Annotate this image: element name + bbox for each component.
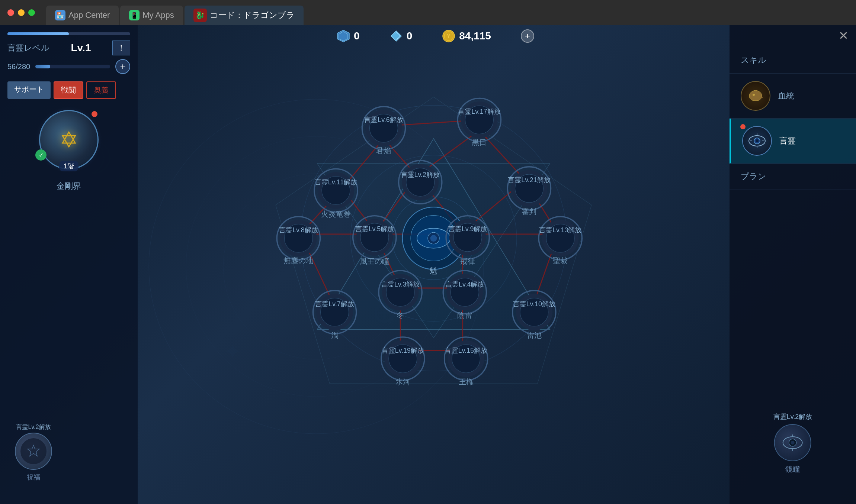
mirror-eye-icon bbox=[782, 432, 804, 454]
right-skill-name: 鏡瞳 bbox=[773, 464, 812, 474]
tab-support[interactable]: サポート bbox=[7, 81, 51, 99]
svg-text:言霊Lv.7解放: 言霊Lv.7解放 bbox=[315, 300, 354, 308]
skill-tree-svg: 魁 言霊Lv.6解放 君焔 言霊Lv.17解放 黒日 bbox=[138, 47, 730, 504]
char-name: 金剛界 bbox=[7, 181, 130, 192]
char-floor: 1階 bbox=[59, 161, 78, 171]
level-value: Lv.1 bbox=[71, 42, 91, 54]
app-center-icon: 🏪 bbox=[55, 10, 65, 20]
maximize-dot[interactable] bbox=[28, 9, 35, 16]
exclaim-button[interactable]: ！ bbox=[112, 41, 130, 55]
shield-icon bbox=[337, 29, 350, 43]
nav-plan[interactable]: プラン bbox=[730, 164, 856, 190]
bottom-skill-unlock: 言霊Lv.2解放 bbox=[15, 423, 52, 431]
lizard-icon bbox=[746, 87, 765, 105]
game-icon: 🐉 bbox=[193, 9, 207, 22]
right-skill-circle bbox=[774, 424, 811, 461]
nav-bloodline[interactable]: 血統 bbox=[730, 74, 856, 119]
svg-text:言霊Lv.4解放: 言霊Lv.4解放 bbox=[445, 281, 484, 288]
svg-text:言霊Lv.5解放: 言霊Lv.5解放 bbox=[355, 225, 394, 233]
svg-text:火炎竜巻: 火炎竜巻 bbox=[321, 210, 351, 218]
level-row: 言霊レベル Lv.1 ！ bbox=[7, 41, 130, 55]
svg-text:雷池: 雷池 bbox=[527, 331, 542, 339]
coin-icon: Y bbox=[442, 29, 455, 43]
tab-battle[interactable]: 戦闘 bbox=[54, 81, 83, 99]
bottom-left-skill[interactable]: 言霊Lv.2解放 祝福 bbox=[15, 423, 52, 482]
currency-bar: 0 0 Y 84,115 + bbox=[141, 25, 730, 47]
svg-text:渦: 渦 bbox=[331, 331, 339, 339]
svg-marker-6 bbox=[337, 30, 349, 42]
right-close-button[interactable]: ✕ bbox=[839, 29, 849, 43]
add-exp-button[interactable]: + bbox=[115, 59, 130, 74]
svg-text:言霊Lv.2解放: 言霊Lv.2解放 bbox=[401, 171, 440, 178]
exp-display: 56/280 bbox=[7, 62, 30, 71]
node-kotodama2[interactable]: 言霊Lv.2解放 bbox=[399, 161, 442, 204]
left-panel: 言霊レベル Lv.1 ！ 56/280 + サポート 戦闘 奥義 ✡ bbox=[0, 25, 138, 504]
bottom-skill-name: 祝福 bbox=[15, 473, 52, 482]
svg-text:審判: 審判 bbox=[522, 207, 536, 216]
node-oken[interactable]: 言霊Lv.15解放 王権 bbox=[445, 337, 488, 386]
titlebar: 🏪 App Center 📱 My Apps 🐉 コード：ドラゴンブラ bbox=[0, 0, 856, 25]
kotodama-level-section: 言霊レベル Lv.1 ！ 56/280 + bbox=[7, 41, 130, 74]
shield-currency: 0 bbox=[337, 29, 360, 43]
svg-text:君焔: 君焔 bbox=[376, 146, 391, 155]
svg-text:言霊Lv.19解放: 言霊Lv.19解放 bbox=[382, 347, 424, 354]
tab-my-apps[interactable]: 📱 My Apps bbox=[120, 6, 183, 25]
kotodama-dot bbox=[740, 124, 746, 129]
exp-bar bbox=[35, 65, 110, 68]
nav-skills[interactable]: スキル bbox=[730, 47, 856, 74]
svg-point-96 bbox=[756, 139, 759, 142]
char-avatar[interactable]: ✡ bbox=[39, 110, 99, 169]
svg-text:聖裁: 聖裁 bbox=[553, 256, 568, 265]
nav-skills-label: スキル bbox=[741, 55, 766, 66]
tab-game[interactable]: 🐉 コード：ドラゴンブラ bbox=[185, 6, 304, 25]
diamond-icon bbox=[389, 29, 403, 43]
svg-text:言霊Lv.9解放: 言霊Lv.9解放 bbox=[448, 225, 487, 233]
skill-tabs: サポート 戦闘 奥義 bbox=[7, 81, 130, 99]
kotodama-icon bbox=[742, 126, 772, 156]
svg-text:言霊Lv.6解放: 言霊Lv.6解放 bbox=[364, 116, 403, 123]
svg-text:陰雷: 陰雷 bbox=[457, 311, 472, 319]
add-currency-button[interactable]: + bbox=[521, 29, 534, 43]
node-kimi-ho[interactable]: 言霊Lv.6解放 君焔 bbox=[362, 107, 405, 155]
svg-point-93 bbox=[753, 94, 755, 96]
right-panel: ✕ スキル 血統 bbox=[730, 25, 856, 504]
svg-text:言霊Lv.13解放: 言霊Lv.13解放 bbox=[539, 226, 581, 234]
close-dot[interactable] bbox=[7, 9, 14, 16]
node-mujin[interactable]: 言霊Lv.8解放 無塵の地 bbox=[277, 217, 320, 265]
svg-text:言霊Lv.8解放: 言霊Lv.8解放 bbox=[279, 226, 318, 234]
tab-game-label: コード：ドラゴンブラ bbox=[210, 10, 295, 21]
minimize-dot[interactable] bbox=[18, 9, 25, 16]
shield-value: 0 bbox=[354, 30, 360, 42]
bottom-skill-circle bbox=[15, 433, 52, 470]
game-area: ☽ ⊕ ✦ 0 0 Y 84,115 + bbox=[0, 25, 856, 504]
diamond-currency: 0 bbox=[389, 29, 413, 43]
right-skill-unlock: 言霊Lv.2解放 bbox=[773, 412, 812, 421]
tab-app-center[interactable]: 🏪 App Center bbox=[46, 6, 119, 25]
tab-my-apps-label: My Apps bbox=[142, 10, 174, 20]
character-section[interactable]: ✡ 1階 ✓ bbox=[39, 110, 99, 169]
nav-kotodama[interactable]: 言霊 bbox=[730, 119, 856, 164]
svg-text:言霊Lv.17解放: 言霊Lv.17解放 bbox=[458, 108, 500, 115]
center-node-label: 魁 bbox=[430, 266, 438, 275]
window-controls bbox=[0, 9, 42, 16]
nav-plan-label: プラン bbox=[741, 171, 766, 182]
eye-icon bbox=[748, 132, 766, 150]
tab-app-center-label: App Center bbox=[68, 10, 110, 20]
gold-value: 84,115 bbox=[459, 30, 491, 42]
node-hyoga[interactable]: 言霊Lv.19解放 氷河 bbox=[381, 337, 424, 386]
svg-point-103 bbox=[791, 441, 795, 445]
right-bottom-skill[interactable]: 言霊Lv.2解放 鏡瞳 bbox=[773, 412, 812, 474]
exp-row: 56/280 + bbox=[7, 59, 130, 74]
svg-text:言霊Lv.21解放: 言霊Lv.21解放 bbox=[508, 176, 550, 184]
top-progress-bar bbox=[7, 32, 130, 35]
svg-text:Y: Y bbox=[447, 33, 451, 39]
svg-text:戒律: 戒律 bbox=[460, 257, 475, 265]
svg-text:黒日: 黒日 bbox=[472, 138, 487, 146]
my-apps-icon: 📱 bbox=[129, 10, 140, 20]
char-star-icon: ✡ bbox=[60, 127, 78, 153]
tab-okugi[interactable]: 奥義 bbox=[86, 81, 116, 99]
svg-text:言霊Lv.10解放: 言霊Lv.10解放 bbox=[513, 300, 555, 308]
tabs: 🏪 App Center 📱 My Apps 🐉 コード：ドラゴンブラ bbox=[46, 0, 304, 25]
node-kuroi[interactable]: 言霊Lv.17解放 黒日 bbox=[458, 98, 501, 146]
char-check-icon: ✓ bbox=[35, 149, 47, 161]
